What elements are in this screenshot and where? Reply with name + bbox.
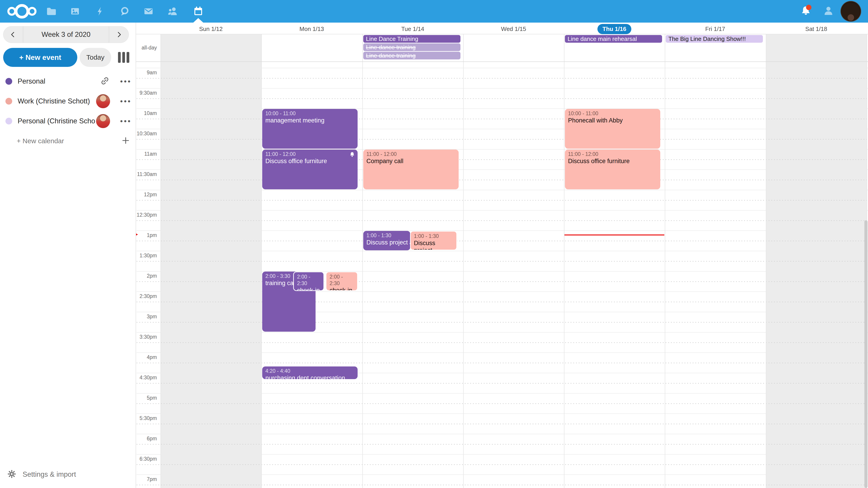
event-card[interactable]: 4:20 - 4:40purchasing dept conversation [262, 366, 358, 379]
event-card[interactable]: 11:00 - 12:00Company call [363, 150, 459, 189]
grid-hour-line [136, 271, 868, 271]
grid-hour-line [136, 373, 868, 373]
grid-quarter-line [136, 200, 868, 201]
shared-by-avatar [96, 94, 110, 108]
grid-day-line [362, 23, 363, 488]
calendar-more-menu-icon[interactable] [120, 97, 131, 105]
event-card[interactable]: 10:00 - 11:00Phonecall with Abby [565, 109, 660, 149]
event-card[interactable]: 11:00 - 12:00Discuss office furniture [565, 150, 660, 189]
new-calendar-label[interactable]: + New calendar [17, 137, 121, 145]
next-week-button[interactable] [109, 26, 129, 43]
event-title: check-in [297, 287, 320, 291]
time-label: 9:30am [136, 90, 157, 96]
mail-app-icon[interactable] [143, 6, 154, 17]
new-calendar-row[interactable]: + New calendar [0, 132, 136, 150]
calendar-list-item[interactable]: Work (Christine Schott) [0, 91, 136, 111]
notifications-bell-icon[interactable] [800, 4, 812, 17]
grid-quarter-line [136, 322, 868, 323]
grid-hour-line [136, 251, 868, 251]
event-card[interactable]: 1:00 - 1:30Discuss project announcement [410, 231, 457, 250]
alarm-bell-icon [349, 151, 355, 159]
calendar-more-menu-icon[interactable] [120, 117, 131, 125]
nextcloud-logo[interactable] [5, 3, 39, 20]
grid-hour-line [136, 475, 868, 475]
grid-hour-line [136, 312, 868, 312]
event-title: Discuss project announcement [414, 239, 453, 250]
grid-quarter-line [136, 464, 868, 465]
calendar-list-item[interactable]: Personal [0, 71, 136, 91]
grid-day-line [160, 23, 161, 488]
time-label: 4pm [136, 354, 157, 360]
plus-icon[interactable] [121, 135, 131, 147]
day-header[interactable]: Sun 1/12 [160, 24, 261, 34]
grid-hour-line [136, 169, 868, 170]
time-label: 5pm [136, 395, 157, 401]
event-time: 2:00 - 2:30 [297, 273, 320, 287]
talk-app-icon[interactable] [119, 6, 130, 17]
all-day-event[interactable]: Line dance training [363, 52, 460, 59]
event-card[interactable]: 1:00 - 1:30Discuss project announcement [363, 231, 410, 250]
vertical-scrollbar[interactable] [864, 220, 868, 488]
share-link-icon[interactable] [100, 76, 110, 87]
grid-hour-line [136, 149, 868, 150]
day-header[interactable]: Tue 1/14 [362, 24, 463, 34]
event-title: purchasing dept conversation [266, 375, 354, 379]
event-title: Phonecall with Abby [568, 117, 657, 124]
grid-quarter-line [136, 363, 868, 363]
grid-day-line [766, 23, 766, 488]
time-label: 10am [136, 110, 157, 116]
all-day-event[interactable]: Line Dance Training [363, 35, 460, 43]
event-card[interactable]: 2:00 - 2:30check-in [326, 271, 358, 291]
event-time: 1:00 - 1:30 [366, 232, 407, 239]
photos-app-icon[interactable] [70, 6, 81, 17]
grid-quarter-line [136, 424, 868, 424]
previous-week-button[interactable] [3, 26, 23, 43]
view-toggle-columns-icon[interactable] [118, 52, 129, 63]
all-day-event[interactable]: The Big Line Dancing Show!!! [666, 35, 763, 43]
day-header[interactable]: Sat 1/18 [766, 24, 867, 34]
calendar-app-icon[interactable] [193, 6, 204, 17]
grid-hour-line [136, 88, 868, 89]
new-event-button[interactable]: + New event [3, 48, 77, 67]
event-title: management meeting [266, 117, 354, 124]
grid-quarter-line [136, 444, 868, 445]
time-label: 11am [136, 151, 157, 157]
grid-day-line [261, 23, 262, 488]
time-label: 2:30pm [136, 293, 157, 299]
grid-quarter-line [136, 98, 868, 99]
week-label[interactable]: Week 3 of 2020 [23, 31, 109, 39]
grid-quarter-line [136, 240, 868, 241]
settings-import[interactable]: Settings & import [7, 469, 76, 480]
today-pill: Thu 1/16 [597, 24, 631, 34]
grid-hour-line [136, 230, 868, 231]
calendar-color-dot [5, 78, 12, 85]
grid-hour-line [136, 332, 868, 332]
grid-hour-line [136, 68, 868, 68]
today-button[interactable]: Today [80, 48, 111, 67]
contacts-menu-icon[interactable] [823, 5, 834, 17]
time-label: 9am [136, 70, 157, 76]
event-card[interactable]: 2:00 - 2:30check-in [293, 271, 324, 291]
contacts-app-icon[interactable] [167, 6, 178, 17]
event-card[interactable]: 11:00 - 12:00Discuss office furniture [262, 150, 358, 189]
calendar-list-item[interactable]: Personal (Christine Scho… [0, 111, 136, 131]
files-app-icon[interactable] [46, 6, 57, 17]
activity-app-icon[interactable] [95, 6, 105, 17]
grid-day-line [564, 23, 564, 488]
day-header[interactable]: Fri 1/17 [665, 24, 766, 34]
user-avatar[interactable] [840, 1, 861, 22]
event-time: 11:00 - 12:00 [366, 151, 456, 158]
settings-import-label[interactable]: Settings & import [23, 470, 76, 479]
all-day-event[interactable]: Line dance training [363, 43, 460, 51]
event-card[interactable]: 10:00 - 11:00management meeting [262, 109, 358, 149]
day-header[interactable]: Mon 1/13 [261, 24, 362, 34]
calendar-name: Work (Christine Schott) [18, 97, 96, 105]
day-header[interactable]: Thu 1/16 [564, 24, 665, 34]
grid-hour-line [136, 352, 868, 353]
calendar-item-actions [100, 76, 131, 87]
calendar-more-menu-icon[interactable] [120, 77, 131, 85]
calendar-item-actions [96, 94, 131, 108]
grid-quarter-line [136, 281, 868, 282]
day-header[interactable]: Wed 1/15 [463, 24, 564, 34]
all-day-event[interactable]: Line dance main rehearsal [565, 35, 662, 43]
